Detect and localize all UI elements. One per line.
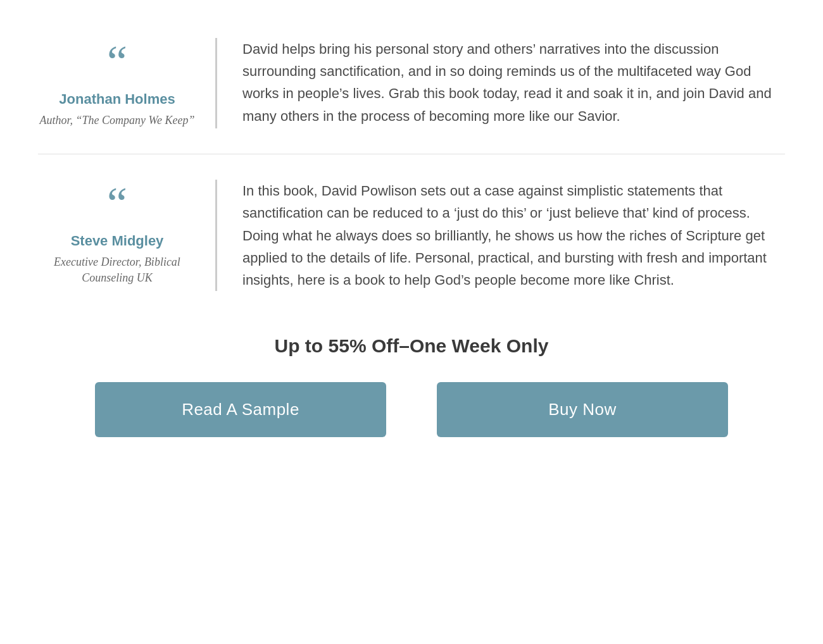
page-container: “ Jonathan Holmes Author, “The Company W… [0,0,823,644]
author-name-2: Steve Midgley [71,233,164,249]
testimonial-block-1: “ Jonathan Holmes Author, “The Company W… [38,13,785,154]
quote-text-col-2: In this book, David Powlison sets out a … [242,180,785,291]
author-title-1: Author, “The Company We Keep” [40,113,195,128]
divider-1 [215,38,217,128]
button-row: Read A Sample Buy Now [38,382,785,437]
promo-title: Up to 55% Off–One Week Only [275,335,549,357]
quote-text-2: In this book, David Powlison sets out a … [242,180,785,291]
quote-mark-2: “ [107,186,127,223]
buy-now-button[interactable]: Buy Now [437,382,728,437]
testimonial-block-2: “ Steve Midgley Executive Director, Bibl… [38,154,785,316]
read-sample-button[interactable]: Read A Sample [95,382,386,437]
author-name-1: Jonathan Holmes [59,91,175,108]
divider-2 [215,180,217,291]
author-col-2: “ Steve Midgley Executive Director, Bibl… [38,180,215,286]
quote-text-col-1: David helps bring his personal story and… [242,38,785,127]
quote-mark-1: “ [107,44,127,81]
author-col-1: “ Jonathan Holmes Author, “The Company W… [38,38,215,128]
author-title-2: Executive Director, Biblical Counseling … [38,254,196,286]
quote-text-1: David helps bring his personal story and… [242,38,785,127]
promo-section: Up to 55% Off–One Week Only Read A Sampl… [38,316,785,462]
